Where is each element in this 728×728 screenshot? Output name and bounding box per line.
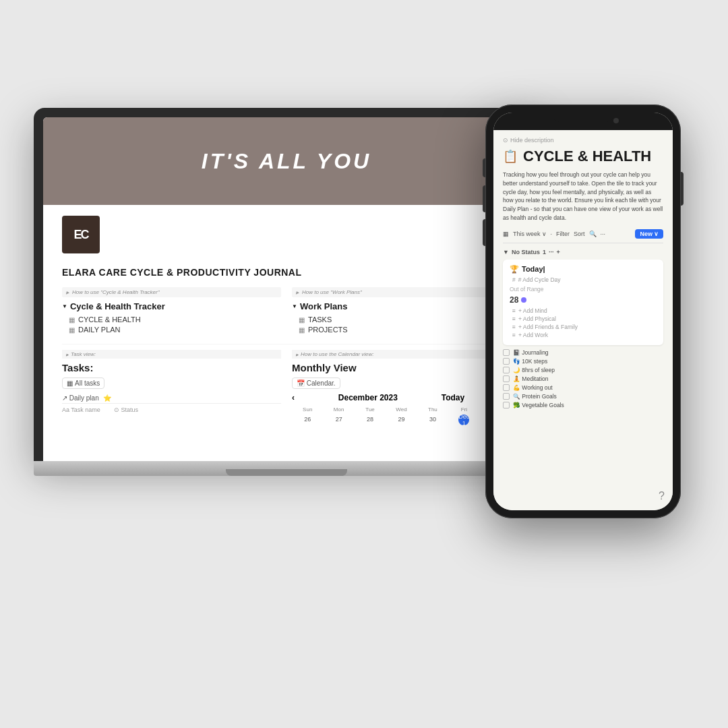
db-icon-3: ▦ [299, 316, 305, 324]
cal-day-sun: Sun [292, 406, 323, 413]
phone-silent-btn [483, 158, 485, 177]
more-icon[interactable]: ··· [601, 231, 606, 237]
checklist-sleep: 🌙 8hrs of sleep [503, 367, 663, 373]
no-status-label: No Status [512, 249, 540, 255]
notion-body: EC ELARA CARE CYCLE & PRODUCTIVITY JOURN… [43, 205, 530, 425]
db-icon-2: ▦ [69, 326, 75, 334]
checkbox-journaling[interactable] [503, 349, 510, 356]
phone-notch-bar [553, 113, 613, 122]
tasks-mini-header: Task view: [62, 350, 281, 359]
tasks-col-headers: Aa Task name ⊙ Status [62, 403, 281, 413]
sort-btn[interactable]: Sort [574, 231, 585, 237]
db-item-cycle-health[interactable]: ▦ CYCLE & HEALTH [62, 315, 281, 324]
phone-camera [613, 118, 619, 123]
cal-dec1: Dec 1 [458, 415, 469, 425]
new-btn[interactable]: New ∨ [635, 229, 663, 239]
out-of-range-label: Out of Range [510, 286, 544, 293]
daily-plan-label: ↗ Daily plan [62, 394, 99, 402]
col-header-status: ⊙ Status [114, 406, 138, 413]
logo-row: EC [62, 205, 511, 259]
journal-title: ELARA CARE CYCLE & PRODUCTIVITY JOURNAL [62, 267, 511, 278]
col-cycle-health: How to use "Cycle & Health Tracker" Cycl… [62, 287, 281, 336]
checkbox-meditation[interactable] [503, 375, 510, 382]
cal-28: 28 [355, 415, 386, 425]
checkbox-workout[interactable] [503, 384, 510, 391]
checklist-journaling: 📓 Journaling [503, 349, 663, 356]
new-btn-label: New [640, 231, 653, 237]
steps-label: 👣 10K steps [513, 358, 547, 365]
search-icon[interactable]: 🔍 [589, 231, 597, 237]
db-item-daily-plan[interactable]: ▦ DAILY PLAN [62, 326, 281, 334]
checkbox-sleep[interactable] [503, 367, 510, 373]
cal-day-wed: Wed [386, 406, 417, 413]
db-item-projects[interactable]: ▦ PROJECTS [292, 326, 511, 334]
help-icon[interactable]: ? [659, 490, 665, 502]
laptop-screen: IT'S ALL YOU EC ELARA CARE CYCLE & PRODU… [43, 117, 530, 461]
add-mind-label: + Add Mind [518, 307, 547, 314]
add-friends-label: + Add Friends & Family [518, 324, 578, 330]
add-cycle-day-label: # Add Cycle Day [518, 276, 561, 283]
daily-plan-star: ⭐ [103, 394, 111, 402]
no-status-plus[interactable]: + [556, 249, 559, 255]
cal-day-headers: Sun Mon Tue Wed Thu Fri Sat [292, 406, 511, 413]
add-physical[interactable]: ≡ + Add Physical [510, 315, 657, 322]
hash-icon: # [512, 276, 516, 283]
week-chevron-icon: ∨ [542, 231, 547, 237]
db-icon-4: ▦ [299, 326, 305, 334]
checkbox-vegetables[interactable] [503, 402, 510, 408]
checklist-vegetables: 🥦 Vegetable Goals [503, 402, 663, 408]
add-friends-family[interactable]: ≡ + Add Friends & Family [510, 324, 657, 330]
journaling-label: 📓 Journaling [513, 349, 549, 356]
today-card[interactable]: 🏆 Today| # # Add Cycle Day Out of Range … [503, 260, 663, 345]
filter-btn[interactable]: Filter [556, 231, 570, 237]
notion-hero: IT'S ALL YOU [43, 117, 530, 205]
cal-today-label[interactable]: Today [442, 393, 464, 402]
laptop-base [34, 461, 539, 476]
db-item-label-1: CYCLE & HEALTH [78, 315, 141, 324]
add-physical-icon: ≡ [512, 315, 516, 322]
tasks-section: Task view: Tasks: ▦ All tasks ↗ Daily pl… [62, 350, 281, 425]
cal-month-nav: ‹ December 2023 Today › [292, 393, 511, 402]
phone-power-btn [681, 172, 684, 206]
checklist-protein: 🔍 Protein Goals [503, 393, 663, 400]
checkbox-steps[interactable] [503, 358, 510, 365]
this-week-btn[interactable]: This week ∨ [513, 231, 547, 237]
phone-content: ⊙ Hide description 📋 CYCLE & HEALTH Trac… [493, 130, 673, 510]
toolbar-divider: · [551, 231, 553, 237]
col2-section-title: Work Plans [292, 301, 511, 311]
daily-plan-row[interactable]: ↗ Daily plan ⭐ [62, 393, 281, 403]
laptop: IT'S ALL YOU EC ELARA CARE CYCLE & PRODU… [34, 108, 539, 476]
cal-days-row: 26 27 28 29 30 Dec 1 2 [292, 415, 511, 425]
view-icon: ▦ [503, 231, 509, 237]
hero-text: IT'S ALL YOU [202, 149, 371, 174]
add-mind[interactable]: ≡ + Add Mind [510, 307, 657, 314]
all-tasks-icon: ▦ [67, 380, 73, 387]
checkbox-protein[interactable] [503, 393, 510, 400]
notion-content: IT'S ALL YOU EC ELARA CARE CYCLE & PRODU… [43, 117, 530, 461]
phone-toolbar: ▦ This week ∨ · Filter Sort 🔍 ··· New ∨ [503, 229, 663, 243]
cal-27: 27 [323, 415, 354, 425]
cal-26: 26 [292, 415, 323, 425]
hide-description-row[interactable]: ⊙ Hide description [503, 137, 663, 144]
add-cycle-day[interactable]: # # Add Cycle Day [510, 276, 657, 283]
sleep-label: 🌙 8hrs of sleep [513, 367, 555, 373]
col1-section-title: Cycle & Health Tracker [62, 301, 281, 311]
checklist-meditation: 🧘 Meditation [503, 375, 663, 382]
today-card-title: 🏆 Today| [510, 265, 657, 274]
all-tasks-tab[interactable]: ▦ All tasks [62, 377, 104, 389]
cal-day-tue: Tue [355, 406, 386, 413]
db-item-tasks[interactable]: ▦ TASKS [292, 315, 511, 324]
cal-nav-left[interactable]: ‹ [292, 393, 295, 402]
range-dot [521, 297, 526, 303]
phone: ⊙ Hide description 📋 CYCLE & HEALTH Trac… [485, 104, 681, 518]
no-status-dots: ··· [549, 249, 554, 255]
add-work[interactable]: ≡ + Add Work [510, 332, 657, 338]
range-number: 28 [510, 295, 518, 305]
divider [62, 344, 511, 344]
cal-tab-label: 📅 Calendar. [297, 380, 336, 387]
col1-header: How to use "Cycle & Health Tracker" [62, 287, 281, 297]
hide-desc-label: Hide description [510, 137, 554, 144]
this-week-label: This week [513, 231, 541, 237]
calendar-tab[interactable]: 📅 Calendar. [292, 377, 340, 389]
phone-vol-up-btn [483, 185, 485, 212]
